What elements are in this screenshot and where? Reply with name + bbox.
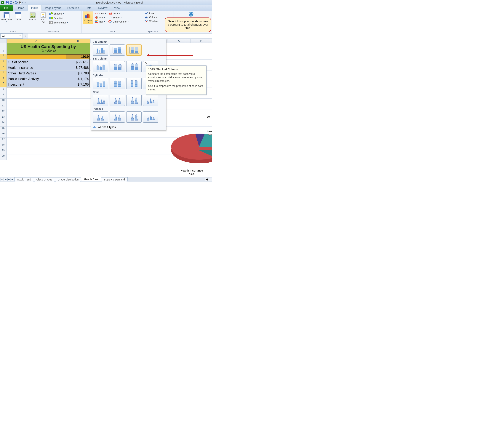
- all-chart-types-button[interactable]: AAll Chart Types...ll Chart Types...: [91, 124, 166, 129]
- row-header-20[interactable]: 20: [0, 154, 7, 160]
- chart-opt-cylinder-clustered[interactable]: [93, 78, 108, 89]
- chart-opt-stacked-column[interactable]: [110, 45, 125, 56]
- row-header-16[interactable]: 16: [0, 132, 7, 138]
- screenshot-button[interactable]: +Screenshot▾: [48, 20, 69, 25]
- chart-opt-100-stacked-column[interactable]: [126, 45, 142, 56]
- cell-b3[interactable]: $ 22,617: [66, 60, 90, 65]
- chart-opt-3d-stacked[interactable]: [110, 61, 125, 72]
- col-header-h[interactable]: H: [190, 39, 212, 43]
- col-header-g[interactable]: G: [168, 39, 190, 43]
- sparkline-winloss-button[interactable]: Win/Loss: [144, 19, 160, 23]
- chart-opt-cylinder-stacked[interactable]: [110, 78, 125, 89]
- chart-opt-pyramid-3d[interactable]: [143, 111, 158, 123]
- row-header-8[interactable]: 8: [0, 87, 7, 93]
- sparkline-line-button[interactable]: Line: [144, 11, 160, 15]
- sheet-tab-supply-demand[interactable]: Supply & Demand: [101, 177, 128, 182]
- row-header-6[interactable]: 6: [0, 76, 7, 82]
- row-header-19[interactable]: 19: [0, 149, 7, 154]
- tab-formulas[interactable]: Formulas: [64, 5, 82, 11]
- sheet-nav-first-icon[interactable]: ⏮: [1, 178, 4, 181]
- cell-b2[interactable]: 1969: [66, 54, 90, 60]
- sheet-tab-stock-trend[interactable]: Stock Trend: [14, 177, 34, 182]
- tab-view[interactable]: View: [111, 5, 123, 11]
- formula-input[interactable]: [28, 34, 212, 38]
- cell-a3[interactable]: Out of pocket: [7, 60, 66, 65]
- name-box[interactable]: A2▼: [0, 34, 23, 38]
- cell-a2[interactable]: [7, 54, 66, 60]
- title-cell[interactable]: US Health Care Spending by (in millions): [7, 43, 90, 54]
- cell-b4[interactable]: $ 27,488: [66, 65, 90, 71]
- scatter-chart-button[interactable]: Scatter▾: [108, 16, 129, 19]
- sheet-tab-grade-distribution[interactable]: Grade Distribution: [55, 177, 81, 182]
- select-all-corner[interactable]: [0, 39, 7, 43]
- chart-opt-pyramid-stacked[interactable]: [110, 111, 125, 123]
- row-header-7[interactable]: 7: [0, 82, 7, 87]
- picture-button[interactable]: Picture: [27, 11, 38, 21]
- cell-a7[interactable]: Investment: [7, 82, 66, 87]
- chart-opt-3d-clustered[interactable]: [93, 61, 108, 72]
- tab-home[interactable]: Home: [13, 5, 27, 11]
- table-button[interactable]: Table: [13, 11, 23, 21]
- row-header-15[interactable]: 15: [0, 126, 7, 132]
- row-header-2[interactable]: 2: [0, 54, 7, 60]
- bar-chart-button[interactable]: Bar▾: [94, 20, 107, 23]
- hyperlink-icon[interactable]: [188, 11, 194, 17]
- fx-icon[interactable]: fx: [23, 35, 28, 38]
- sheet-nav-next-icon[interactable]: ▶: [8, 178, 10, 181]
- cell-b5[interactable]: $ 7,788: [66, 71, 90, 76]
- column-chart-button[interactable]: Column▾: [83, 11, 93, 24]
- hscroll-left-icon[interactable]: ◀: [205, 178, 212, 181]
- tab-data[interactable]: Data: [82, 5, 95, 11]
- row-header-11[interactable]: 11: [0, 104, 7, 110]
- cell-b6[interactable]: $ 1,174: [66, 76, 90, 82]
- sparkline-column-button[interactable]: Column: [144, 15, 160, 19]
- tab-review[interactable]: Review: [95, 5, 111, 11]
- sheet-nav-prev-icon[interactable]: ◀: [4, 178, 7, 181]
- chart-opt-cylinder-100-stacked[interactable]: [126, 78, 142, 89]
- row-header-17[interactable]: 17: [0, 138, 7, 143]
- chart-opt-cone-100-stacked[interactable]: [126, 95, 142, 106]
- row-header-1[interactable]: 1: [0, 43, 7, 54]
- file-tab[interactable]: File: [0, 5, 13, 11]
- tab-insert[interactable]: Insert: [27, 5, 42, 11]
- pivottable-button[interactable]: PivotTable▾: [1, 11, 12, 23]
- col-header-b[interactable]: B: [66, 39, 90, 43]
- chart-opt-clustered-column[interactable]: [93, 45, 108, 56]
- row-header-12[interactable]: 12: [0, 110, 7, 115]
- tab-page-layout[interactable]: Page Layout: [42, 5, 64, 11]
- clipart-button[interactable]: Clip Art: [39, 11, 48, 24]
- cell-a5[interactable]: Other Third Parties: [7, 71, 66, 76]
- line-chart-button[interactable]: Line▾: [94, 11, 107, 15]
- smartart-button[interactable]: SmartArt: [48, 16, 69, 20]
- sheet-nav-last-icon[interactable]: ⏭: [11, 178, 14, 181]
- cell-a6[interactable]: Public Health Activity: [7, 76, 66, 82]
- save-icon[interactable]: [5, 0, 9, 5]
- row-header-5[interactable]: 5: [0, 71, 7, 76]
- row-header-9[interactable]: 9: [0, 93, 7, 99]
- chart-opt-cone-clustered[interactable]: [93, 95, 108, 106]
- row-header-4[interactable]: 4: [0, 65, 7, 71]
- other-charts-button[interactable]: Other Charts▾: [108, 20, 129, 23]
- row-header-10[interactable]: 10: [0, 99, 7, 104]
- cell-a4[interactable]: Health Insurance: [7, 65, 66, 71]
- sheet-tab-health-care[interactable]: Health Care: [81, 177, 101, 181]
- qat-customize-icon[interactable]: ▾: [23, 0, 27, 5]
- row-header-3[interactable]: 3: [0, 60, 7, 65]
- cell-b7[interactable]: $ 7,105: [66, 82, 90, 87]
- print-icon[interactable]: ▾: [18, 0, 23, 5]
- row-header-13[interactable]: 13: [0, 115, 7, 121]
- namebox-dropdown-icon[interactable]: ▼: [19, 35, 21, 37]
- row-header-18[interactable]: 18: [0, 143, 7, 149]
- undo-icon[interactable]: ▾: [10, 0, 14, 5]
- redo-icon[interactable]: ▾: [14, 0, 18, 5]
- excel-icon[interactable]: X: [1, 0, 5, 5]
- chart-opt-3d-100-stacked[interactable]: [126, 61, 142, 72]
- area-chart-button[interactable]: Area▾: [108, 11, 129, 15]
- sheet-tab-class-grades[interactable]: Class Grades: [34, 177, 55, 182]
- row-header-14[interactable]: 14: [0, 121, 7, 126]
- shapes-button[interactable]: Shapes▾: [48, 11, 69, 16]
- col-header-a[interactable]: A: [7, 39, 66, 43]
- pie-chart-button[interactable]: Pie▾: [94, 16, 107, 19]
- chart-opt-pyramid-100-stacked[interactable]: [126, 111, 142, 123]
- chart-opt-pyramid-clustered[interactable]: [93, 111, 108, 123]
